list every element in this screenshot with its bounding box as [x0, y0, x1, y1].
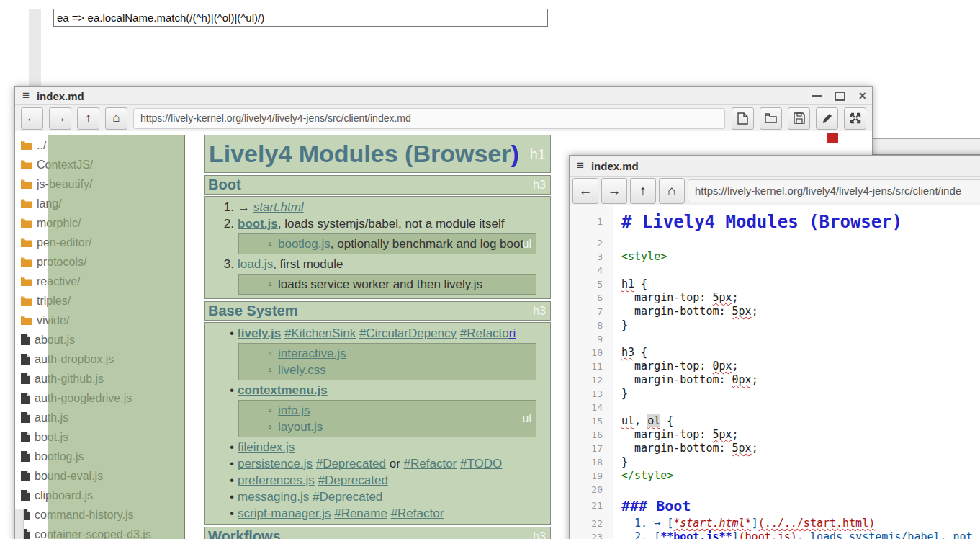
file-tree-file[interactable]: bootlog.js	[15, 447, 189, 466]
md-link[interactable]: lively.css	[278, 363, 326, 377]
md-ordered-list-highlight: 1.→ start.html2.boot.js, loads systemjs/…	[204, 196, 551, 299]
md-link[interactable]: #KitchenSink	[284, 326, 356, 340]
file-tree-folder[interactable]: pen-editor/	[15, 233, 189, 252]
save-button[interactable]	[788, 107, 810, 130]
up-button[interactable]: ↑	[77, 107, 99, 130]
file-tree-file[interactable]: command-history.js	[15, 505, 189, 525]
minimize-icon[interactable]	[812, 95, 822, 97]
file-tree-file[interactable]: auth-github.js	[15, 369, 189, 388]
code-line[interactable]: 15ul, ol {	[570, 414, 980, 428]
md-link[interactable]: lively.js	[238, 326, 281, 340]
code-line[interactable]: 1# Lively4 Modules (Browser)	[570, 210, 980, 236]
file-tree-file[interactable]: auth-googledrive.js	[15, 388, 189, 408]
md-link[interactable]: boot.js	[238, 217, 278, 231]
code-line[interactable]: 23 2. [**boot.js**](boot.js), loads syst…	[570, 530, 980, 539]
file-tree-folder[interactable]: vivide/	[15, 311, 189, 330]
md-link[interactable]: layout.js	[278, 420, 323, 434]
md-link[interactable]: fileindex.js	[238, 440, 295, 454]
file-tree-file[interactable]: bound-eval.js	[15, 466, 189, 486]
section-heading: Base System	[205, 302, 550, 320]
file-tree-file[interactable]: auth-dropbox.js	[15, 349, 189, 369]
menu-icon[interactable]: ≡	[570, 159, 591, 173]
file-tree-file[interactable]: container-scoped-d3.js	[15, 525, 189, 539]
md-link[interactable]: contextmenu.js	[238, 383, 328, 397]
md-link[interactable]: #Refactor	[391, 507, 444, 520]
home-button[interactable]: ⌂	[659, 178, 685, 204]
code-line[interactable]: 2	[570, 236, 980, 250]
maximize-icon[interactable]	[835, 92, 845, 101]
md-link[interactable]: #Deprecated	[318, 473, 388, 487]
code-line[interactable]: 22 1. → [*start.html*](../../start.html)	[570, 517, 980, 530]
file-tree-folder[interactable]: lang/	[15, 194, 189, 213]
edit-button[interactable]	[816, 107, 838, 130]
code-line[interactable]: 16 margin-top: 5px;	[570, 428, 980, 442]
url-input[interactable]	[688, 179, 980, 202]
code-line[interactable]: 11 margin-top: 0px;	[570, 360, 980, 373]
code-line[interactable]: 8}	[570, 318, 980, 332]
list-marker: 3.	[215, 256, 234, 272]
file-tree-file[interactable]: clipboard.js	[15, 486, 189, 505]
code-line[interactable]: 19</style>	[570, 469, 980, 483]
up-button[interactable]: ↑	[630, 178, 656, 204]
code-line[interactable]: 10h3 {	[570, 346, 980, 360]
file-tree-file[interactable]: boot.js	[15, 427, 189, 447]
md-link[interactable]: load.js	[238, 257, 273, 271]
element-filter-input[interactable]	[53, 9, 548, 27]
md-link[interactable]: interactive.js	[278, 347, 346, 360]
code-line[interactable]: 17 margin-bottom: 5px;	[570, 442, 980, 455]
forward-button[interactable]: →	[49, 107, 71, 130]
md-link[interactable]: #Deprecated	[313, 490, 382, 504]
code-line[interactable]: 21### Boot	[570, 496, 980, 517]
code-line[interactable]: 13}	[570, 387, 980, 401]
menu-icon[interactable]: ≡	[15, 89, 37, 103]
home-button[interactable]: ⌂	[105, 107, 127, 130]
md-link[interactable]: preferences.js	[238, 473, 315, 487]
window1-titlebar[interactable]: ≡ index.md ×	[15, 87, 872, 105]
new-file-button[interactable]	[732, 107, 754, 130]
md-link[interactable]: script-manager.js	[238, 507, 331, 520]
md-link[interactable]: #Refacto	[460, 326, 509, 340]
open-folder-button[interactable]	[760, 107, 782, 130]
file-tree-folder[interactable]: protocols/	[15, 252, 189, 272]
code-line[interactable]: 3<style>	[570, 250, 980, 264]
file-tree-folder[interactable]: morphic/	[15, 213, 189, 233]
code-editor[interactable]: 1# Lively4 Modules (Browser)23<style>45h…	[570, 205, 980, 539]
md-link[interactable]: #Refactor	[404, 457, 457, 471]
back-button[interactable]: ←	[21, 107, 43, 130]
file-tree-folder[interactable]: ContextJS/	[15, 155, 189, 174]
file-tree-folder[interactable]: ../	[15, 135, 189, 155]
file-tree-label: about.js	[35, 334, 75, 347]
code-line[interactable]: 4	[570, 264, 980, 277]
forward-button[interactable]: →	[601, 178, 627, 204]
file-tree-folder[interactable]: js-beautify/	[15, 174, 189, 194]
md-link[interactable]: ri	[509, 326, 516, 340]
md-link[interactable]: messaging.js	[238, 490, 309, 504]
file-tree-file[interactable]: about.js	[15, 330, 189, 349]
file-tree-file[interactable]: auth.js	[15, 408, 189, 427]
md-link[interactable]: #TODO	[460, 457, 502, 471]
file-tree-folder[interactable]: reactive/	[15, 272, 189, 291]
md-link[interactable]: bootlog.js	[278, 237, 331, 251]
window2-titlebar[interactable]: ≡ index.md	[570, 156, 980, 177]
code-line[interactable]: 14	[570, 401, 980, 414]
close-icon[interactable]: ×	[858, 91, 866, 101]
code-line[interactable]: 20	[570, 483, 980, 496]
url-input[interactable]	[133, 108, 725, 129]
code-line[interactable]: 7 margin-bottom: 5px;	[570, 305, 980, 318]
md-link[interactable]: persistence.js	[238, 457, 313, 471]
code-line[interactable]: 18}	[570, 455, 980, 469]
md-link[interactable]: info.js	[278, 404, 310, 417]
fullscreen-button[interactable]	[844, 107, 866, 130]
md-link[interactable]: #Rename	[334, 507, 387, 520]
sidebar-scrollbar[interactable]	[15, 509, 24, 539]
file-tree-folder[interactable]: triples/	[15, 291, 189, 311]
back-button[interactable]: ←	[572, 178, 598, 204]
md-link[interactable]: #Deprecated	[316, 457, 386, 471]
md-link[interactable]: #CircularDepency	[359, 326, 457, 340]
h3-tag-label: h3	[533, 530, 546, 539]
code-line[interactable]: 5h1 {	[570, 277, 980, 291]
code-line[interactable]: 6 margin-top: 5px;	[570, 291, 980, 305]
md-link[interactable]: start.html	[253, 200, 304, 214]
code-line[interactable]: 12 margin-bottom: 0px;	[570, 373, 980, 387]
code-line[interactable]: 9	[570, 332, 980, 346]
